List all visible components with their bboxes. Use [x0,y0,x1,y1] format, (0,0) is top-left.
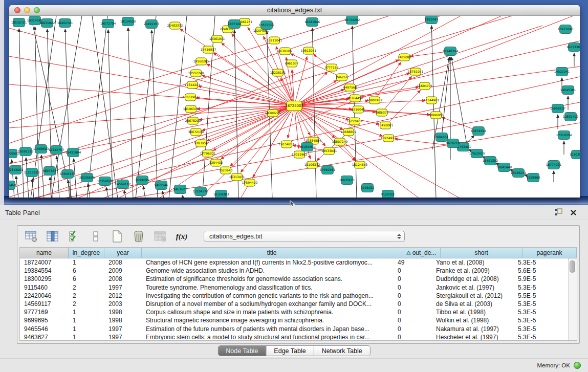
network-window-titlebar[interactable]: citations_edges.txt [9,5,580,16]
graph-node[interactable]: 16045221 [511,169,527,178]
function-builder-button[interactable]: f(x) [175,230,188,243]
graph-node[interactable]: 18591213 [18,147,34,156]
graph-node[interactable]: 12342757 [49,146,64,155]
graph-node[interactable]: 16491302 [483,157,498,165]
graph-node[interactable]: 20678203 [185,117,201,124]
graph-node[interactable]: 18124553 [352,161,368,168]
graph-node[interactable]: 14045301 [560,86,576,95]
graph-node[interactable]: 9679210 [446,139,460,148]
table-row[interactable]: 2242004622012Investigating the contribut… [20,292,568,300]
graph-edge[interactable] [182,195,183,198]
graph-node[interactable]: 19613051 [301,47,317,54]
graph-edge[interactable] [124,190,126,198]
float-panel-icon[interactable] [555,208,563,218]
graph-node[interactable]: 6639105 [278,48,292,55]
table-row[interactable]: 911546021997Tourette syndrome. Phenomeno… [20,283,568,292]
graph-node[interactable]: 9463627 [173,185,187,194]
graph-node[interactable]: 18124550 [120,17,136,26]
table-row[interactable]: 1830029562008Estimation of significance … [20,275,568,283]
graph-node[interactable]: 6216041 [352,106,365,113]
graph-node[interactable]: 10831402 [563,113,579,121]
table-select-combo[interactable]: citations_edges.txt [204,231,405,242]
graph-node[interactable]: 18948794 [443,47,459,56]
table-row[interactable]: 946362711997Embryonic stem cells: a mode… [20,333,568,340]
graph-edge[interactable] [92,16,118,198]
graph-node[interactable]: 18533041 [321,147,337,155]
graph-node[interactable]: 16720407 [347,118,363,125]
table-vertical-scrollbar[interactable] [568,258,577,340]
graph-edge[interactable] [294,16,502,106]
graph-edge[interactable] [294,16,461,106]
graph-node[interactable]: 7986372 [375,109,389,116]
graph-node[interactable]: 17359928 [97,177,113,186]
delete-table-button[interactable] [154,230,167,243]
graph-node[interactable]: 11451904 [66,148,81,157]
graph-node[interactable]: 10996951 [428,112,444,119]
graph-node[interactable]: 9245032 [361,184,375,192]
graph-edge[interactable] [162,191,164,198]
graph-node[interactable]: 9124302 [381,190,395,198]
scrollbar-thumb[interactable] [570,260,575,273]
graph-node[interactable]: 13226191 [270,69,286,76]
graph-node[interactable]: 14521041 [554,68,570,76]
tab-node-table[interactable]: Node Table [218,346,266,356]
graph-node[interactable]: 2684604 [435,133,449,142]
graph-node[interactable]: 7485083 [398,54,411,61]
select-all-columns-button[interactable] [68,230,81,243]
graph-node[interactable]: 18181046 [304,18,320,27]
column-header-out_degree[interactable]: out_de... [402,248,441,258]
graph-node[interactable]: 14569117 [115,180,131,189]
graph-edge[interactable] [128,28,133,198]
graph-node[interactable]: 9897587 [43,167,57,176]
graph-edge[interactable] [442,57,450,137]
graph-edge[interactable] [9,16,512,169]
graph-node[interactable]: 7523640 [219,167,233,174]
graph-node[interactable]: 30672110 [188,128,204,136]
graph-node[interactable]: 9115460 [9,181,16,190]
graph-edge[interactable] [136,16,156,198]
unselect-all-columns-button[interactable] [89,230,102,243]
graph-node[interactable]: 18535721 [11,18,27,27]
graph-node[interactable]: 12552740 [188,70,204,77]
graph-node[interactable]: 20206536 [79,173,95,182]
graph-node[interactable]: 12104372 [193,187,209,196]
graph-edge[interactable] [151,30,158,198]
create-column-button[interactable] [111,230,124,243]
graph-node[interactable]: 19315001 [9,166,23,174]
graph-node[interactable]: 16774021 [546,161,562,169]
graph-node[interactable]: 9777169 [325,64,339,71]
graph-node[interactable]: 6961037 [285,60,299,67]
citation-network-graph[interactable]: 1872400722483371123619111841693714560261… [9,16,580,198]
table-row[interactable]: 946554611997Estimation of the future num… [20,325,568,333]
graph-node[interactable]: 15184451 [299,143,315,151]
table-row[interactable]: 977716911998Corpus callosum shape and si… [20,308,568,316]
graph-node[interactable]: 15572302 [259,21,275,30]
graph-node[interactable]: 11215683 [24,168,40,177]
graph-node[interactable]: 18051962 [292,151,308,158]
table-row[interactable]: 1938455462009Genome-wide association stu… [20,267,568,275]
graph-node[interactable]: 9783956 [194,140,208,147]
graph-node[interactable]: 17950461 [320,166,336,174]
graph-edge[interactable] [9,106,294,128]
graph-edge[interactable] [202,75,294,106]
graph-node[interactable]: 15724202 [344,16,360,25]
network-window[interactable]: citations_edges.txt 18724007224833711236… [9,5,580,198]
graph-edge[interactable] [9,28,294,106]
graph-edge[interactable] [87,16,107,198]
graph-node[interactable]: 11568603 [33,145,49,154]
graph-node[interactable]: 10935671 [339,176,355,185]
graph-node[interactable]: 9699695 [136,176,149,185]
graph-node[interactable]: 10841440 [496,163,512,172]
graph-node[interactable]: 9129960 [527,173,540,182]
column-header-pagerank[interactable]: pagerank [522,248,577,258]
graph-node[interactable]: 18273301 [567,43,580,52]
graph-node[interactable]: 18402741 [57,19,73,28]
graph-node[interactable]: 17923410 [469,149,485,158]
graph-node[interactable]: 13505135 [60,170,76,179]
column-header-name[interactable]: name [20,248,69,258]
graph-node[interactable]: 14560261 [193,58,209,65]
graph-node[interactable]: 17594410 [242,179,258,186]
graph-node[interactable]: 10688609 [341,128,357,136]
graph-edge[interactable] [9,56,294,106]
graph-node[interactable]: 10196371 [183,105,199,113]
